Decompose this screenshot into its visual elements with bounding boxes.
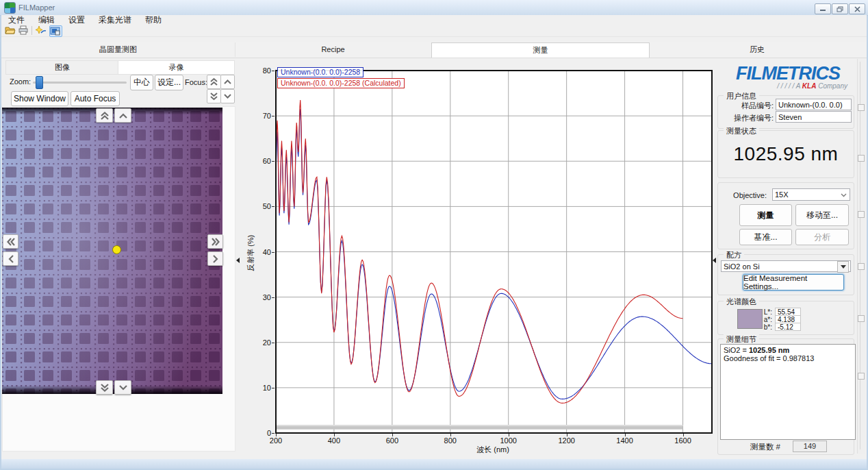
tab-video[interactable]: 录像 (118, 60, 235, 75)
tab-recipe[interactable]: Recipe (235, 42, 432, 57)
objective-label: Objective: (720, 191, 767, 199)
y-tick-label: 40 (255, 248, 271, 256)
auto-focus-button[interactable]: Auto Focus (71, 91, 120, 106)
stage-settings-button[interactable]: 设定... (155, 75, 183, 90)
filmetrics-wordmark: FILMETRICS (736, 63, 840, 84)
close-button[interactable] (849, 3, 865, 14)
splitter-handle[interactable] (858, 155, 865, 162)
legend-entry: Unknown-(0.0. 0.0)-2258 (277, 67, 363, 77)
focus-down-button[interactable] (220, 89, 235, 103)
chevron-down-icon (118, 384, 128, 391)
y-tick-mark (272, 161, 275, 162)
minimize-button[interactable] (815, 3, 831, 14)
x-tick-mark (392, 434, 393, 436)
tab-measure[interactable]: 测量 (431, 42, 650, 58)
a-label: a*: (758, 316, 772, 323)
restore-button[interactable] (832, 3, 848, 14)
chevron-up-icon (118, 112, 128, 119)
chart-legend: Unknown-(0.0. 0.0)-2258Unknown-(0.0. 0.0… (277, 67, 405, 89)
toolbar (1, 25, 867, 37)
y-tick-mark (272, 206, 275, 207)
sample-id-label: 样品编号: (719, 101, 774, 111)
menu-settings[interactable]: 设置 (62, 15, 92, 25)
window-bottom-frame (1, 459, 867, 469)
stage-down-fast-button[interactable] (96, 380, 113, 395)
analyze-button[interactable]: 分析 (795, 229, 849, 245)
y-tick-label: 60 (255, 157, 271, 165)
operator-id-label: 操作者编号: (719, 113, 774, 123)
y-tick-label: 30 (255, 293, 271, 301)
tab-image[interactable]: 图像 (5, 60, 119, 75)
y-tick-label: 0 (255, 429, 271, 437)
measurement-spot-marker (112, 245, 121, 254)
x-tick-mark (334, 434, 335, 436)
menu-edit[interactable]: 编辑 (31, 15, 62, 25)
details-listbox[interactable]: SiO2 = 1025.95 nm Goodness of fit = 0.98… (720, 344, 856, 440)
focus-down-fast-button[interactable] (207, 89, 221, 103)
stage-up-fast-button[interactable] (96, 108, 113, 123)
chevron-down-icon (223, 93, 232, 99)
menu-file[interactable]: 文件 (1, 15, 31, 25)
recipe-dropdown-button[interactable] (837, 261, 849, 273)
recipe-title: 配方 (724, 250, 744, 260)
y-axis-title: 反射率 (%) (246, 221, 256, 286)
right-splitter[interactable] (857, 59, 865, 454)
stage-left-fast-button[interactable] (3, 234, 18, 249)
menu-help[interactable]: 帮助 (138, 15, 168, 25)
y-tick-mark (272, 388, 275, 388)
acquire-spectrum-icon[interactable] (36, 25, 47, 36)
splitter-handle[interactable] (858, 315, 865, 322)
splitter-handle[interactable] (858, 373, 865, 380)
stage-right-fast-button[interactable] (207, 234, 223, 249)
video-window-icon[interactable] (49, 25, 62, 37)
menu-acquire-spectrum[interactable]: 采集光谱 (92, 15, 138, 25)
x-tick-label: 1200 (553, 436, 580, 445)
zoom-slider-thumb[interactable] (36, 76, 43, 89)
measure-button[interactable]: 测量 (739, 204, 792, 226)
tab-wafer-map[interactable]: 晶圆量测图 (1, 42, 235, 57)
x-tick-mark (450, 434, 451, 436)
show-window-button[interactable]: Show Window (11, 91, 68, 106)
toolbar-separator (31, 26, 32, 35)
y-tick-mark (272, 297, 275, 298)
x-tick-label: 1000 (495, 436, 522, 445)
double-chevron-down-icon (209, 92, 218, 101)
open-file-icon[interactable] (5, 25, 16, 36)
chevron-right-icon (212, 254, 219, 264)
x-tick-label: 600 (379, 436, 406, 445)
splitter-handle[interactable] (858, 211, 865, 218)
b-value: -5.12 (775, 323, 801, 331)
operator-id-field[interactable]: Steven (776, 111, 852, 123)
measurement-count-value: 149 (793, 441, 827, 452)
edit-measurement-settings-button[interactable]: Edit Measurement Settings... (743, 274, 844, 290)
stage-up-button[interactable] (114, 108, 131, 123)
double-chevron-left-icon (6, 237, 16, 247)
splitter-handle[interactable] (858, 104, 865, 111)
print-icon[interactable] (18, 25, 29, 36)
center-button[interactable]: 中心 (130, 75, 153, 90)
double-chevron-down-icon (100, 383, 110, 393)
y-tick-label: 20 (255, 338, 271, 347)
recipe-combo[interactable]: SiO2 on Si (721, 260, 851, 272)
splitter-handle[interactable] (858, 263, 865, 270)
sample-id-field[interactable]: Unknown-(0.0. 0.0) (776, 99, 852, 110)
title-bar[interactable]: FILMapper (0, 0, 868, 16)
splitter-collapse-arrow-left[interactable] (236, 258, 240, 263)
l-label: L*: (758, 308, 772, 316)
stage-right-button[interactable] (207, 251, 223, 266)
stage-down-button[interactable] (114, 380, 131, 395)
thickness-result: 1025.95 nm (718, 143, 854, 165)
x-tick-label: 1400 (611, 436, 639, 445)
focus-up-fast-button[interactable] (207, 75, 221, 89)
y-tick-mark (272, 116, 275, 116)
spectrum-chart[interactable] (275, 69, 713, 434)
stage-left-button[interactable] (3, 251, 18, 266)
zoom-slider-track[interactable] (33, 82, 127, 84)
objective-select[interactable]: 15X (772, 188, 850, 201)
y-tick-mark (272, 433, 275, 434)
baseline-button[interactable]: 基准... (739, 229, 792, 245)
tab-history[interactable]: 历史 (648, 42, 866, 57)
move-to-button[interactable]: 移动至... (795, 204, 849, 226)
focus-up-button[interactable] (220, 75, 235, 89)
dropdown-arrow-icon (841, 265, 846, 269)
